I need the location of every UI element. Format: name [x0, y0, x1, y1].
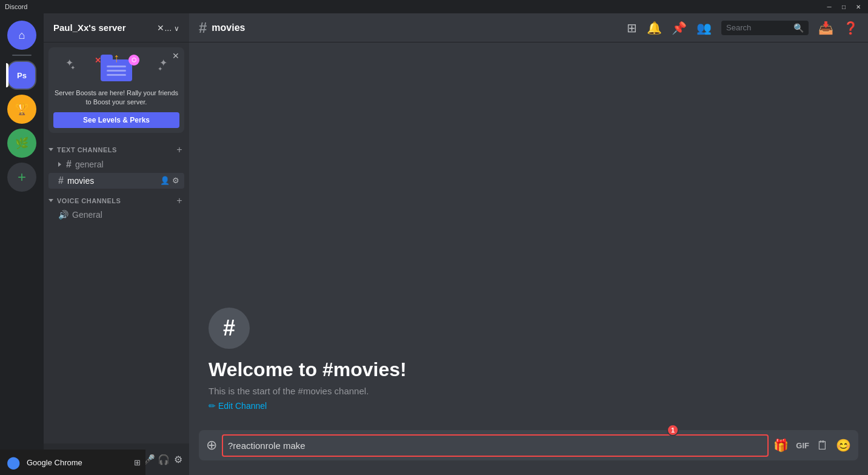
add-voice-channel-button[interactable]: +: [175, 196, 184, 206]
taskbar-app-name: Google Chrome: [27, 458, 82, 467]
voice-channels-title: VOICE CHANNELS: [57, 197, 121, 204]
boost-sparkle-right2: ✦: [158, 66, 162, 72]
green-server-icon: 🌿: [15, 136, 28, 150]
add-text-channel-button[interactable]: +: [175, 145, 184, 155]
inbox-icon[interactable]: 📥: [818, 21, 833, 35]
user-settings-button[interactable]: ⚙: [172, 453, 184, 465]
boost-folder-line2: [107, 70, 126, 72]
channel-item-movies[interactable]: # movies 👤 ⚙: [48, 173, 184, 189]
welcome-section: # Welcome to #movies! This is the start …: [199, 298, 858, 420]
boost-pink-badge: ⬡: [129, 55, 139, 66]
ps-server-indicator: [6, 63, 8, 87]
members-list-icon[interactable]: 👥: [696, 21, 712, 35]
channel-header: # movies ⊞ 🔔 📌 👥 Search 🔍 📥 ❓: [189, 13, 868, 42]
channel-header-hash: #: [199, 19, 207, 36]
server-list-divider: [12, 55, 32, 56]
general-channel-name: general: [75, 160, 179, 169]
help-icon[interactable]: ❓: [843, 21, 858, 35]
notification-bell-icon[interactable]: 🔔: [647, 21, 662, 35]
server-list: ⌂ Ps 🏆 🌿 +: [0, 13, 44, 475]
channel-list: TEXT CHANNELS + # general # movies 👤 ⚙: [44, 138, 189, 443]
boost-button[interactable]: See Levels & Perks: [53, 112, 179, 128]
sticker-icon[interactable]: 🗒: [816, 439, 829, 453]
text-channels-category[interactable]: TEXT CHANNELS +: [44, 143, 189, 156]
boost-illustration: ✦ ✦ ✕ ↑ ⬡: [53, 52, 179, 89]
taskbar: ⬤ Google Chrome ⊞: [0, 450, 145, 475]
boost-badge-icon: ⬡: [132, 57, 136, 63]
search-magnifier-icon: 🔍: [793, 23, 804, 33]
close-button[interactable]: ✕: [853, 4, 863, 10]
edit-channel-icon[interactable]: ⚙: [172, 176, 179, 185]
gift-icon[interactable]: 🎁: [773, 438, 789, 453]
voice-channels-chevron: [48, 199, 53, 202]
attach-file-button[interactable]: ⊕: [206, 430, 217, 460]
chat-area: # Welcome to #movies! This is the start …: [189, 42, 868, 430]
invite-people-icon[interactable]: 👤: [160, 176, 170, 185]
boost-folder-tab: [101, 55, 113, 61]
server-icon-discord-home[interactable]: ⌂: [7, 21, 36, 50]
chrome-logo-icon: ⬤: [7, 455, 20, 470]
message-notification-badge: 1: [667, 424, 679, 436]
titlebar-controls: ─ □ ✕: [824, 4, 863, 10]
server-header[interactable]: Paul_Xx's server ✕... ∨: [44, 13, 189, 42]
channel-item-general[interactable]: # general: [48, 157, 184, 172]
pencil-icon: ✏: [209, 401, 216, 411]
welcome-description: This is the start of the #movies channel…: [209, 386, 849, 396]
boost-banner: ✕ ✦ ✦ ✕ ↑: [48, 47, 184, 133]
text-channels-chevron: [48, 148, 53, 151]
input-right-icons: 🎁 GIF 🗒 😊: [773, 438, 851, 453]
voice-speaker-icon: 🔊: [58, 210, 68, 220]
message-input-container: ⊕ 🎁 GIF 🗒 😊: [199, 430, 858, 460]
titlebar-title: Discord: [5, 3, 27, 10]
movies-channel-name: movies: [67, 176, 156, 186]
app-container: ⌂ Ps 🏆 🌿 + Paul_Xx's server ✕... ∨ ✕: [0, 13, 868, 475]
text-channels-title: TEXT CHANNELS: [57, 146, 117, 153]
ps-server-label: Ps: [17, 71, 27, 80]
header-icons: ⊞ 🔔 📌 👥 Search 🔍 📥 ❓: [627, 21, 858, 35]
welcome-title: Welcome to #movies!: [209, 359, 849, 381]
channel-item-voice-general[interactable]: 🔊 General: [48, 207, 184, 222]
deafen-button[interactable]: 🎧: [158, 453, 170, 465]
server-dropdown-icon: ✕... ∨: [157, 23, 179, 33]
add-icon: +: [18, 169, 26, 186]
server-icon-gold[interactable]: 🏆: [7, 95, 36, 124]
gold-server-badge: 🏆: [15, 103, 28, 116]
channel-sidebar: Paul_Xx's server ✕... ∨ ✕ ✦ ✦ ✕: [44, 13, 189, 475]
search-bar[interactable]: Search 🔍: [721, 21, 809, 35]
boost-folder-line1: [107, 66, 126, 67]
general-hash-icon: #: [66, 159, 72, 170]
channel-header-title: movies: [212, 22, 622, 33]
text-channels-label: TEXT CHANNELS: [48, 146, 117, 153]
main-content: # movies ⊞ 🔔 📌 👥 Search 🔍 📥 ❓ #: [189, 13, 868, 475]
message-input-area: ⊕ 🎁 GIF 🗒 😊: [189, 430, 868, 475]
welcome-hash-symbol: #: [223, 315, 235, 341]
titlebar: Discord ─ □ ✕: [0, 0, 868, 13]
movies-hash-icon: #: [58, 175, 64, 186]
taskbar-chrome-icon: ⬤: [5, 454, 22, 471]
movies-channel-icons: 👤 ⚙: [160, 176, 179, 185]
welcome-channel-icon: #: [209, 308, 250, 349]
emoji-icon[interactable]: 😊: [836, 438, 851, 453]
voice-general-name: General: [72, 210, 179, 220]
discord-logo: ⌂: [19, 29, 25, 42]
message-input[interactable]: [222, 434, 769, 457]
taskbar-secondary-icon[interactable]: ⊞: [134, 458, 141, 467]
search-placeholder-text: Search: [726, 23, 751, 32]
pin-icon[interactable]: 📌: [672, 21, 687, 35]
server-name: Paul_Xx's server: [53, 22, 126, 33]
threads-icon[interactable]: ⊞: [627, 21, 637, 35]
boost-folder-line3: [107, 74, 126, 76]
edit-channel-link[interactable]: ✏ Edit Channel: [209, 401, 849, 411]
minimize-button[interactable]: ─: [824, 4, 834, 10]
boost-sparkle-left2: ✦: [70, 64, 75, 71]
edit-channel-label: Edit Channel: [218, 401, 267, 411]
maximize-button[interactable]: □: [839, 4, 849, 10]
channel-general-chevron: [58, 162, 61, 167]
gif-icon[interactable]: GIF: [796, 441, 809, 450]
server-icon-green[interactable]: 🌿: [7, 129, 36, 158]
boost-arrow-up: ↑: [113, 51, 119, 65]
add-server-button[interactable]: +: [7, 163, 36, 192]
voice-channels-category[interactable]: VOICE CHANNELS +: [44, 194, 189, 207]
user-controls: 🎤 🎧 ⚙: [143, 453, 184, 465]
server-icon-ps[interactable]: Ps: [7, 61, 36, 90]
